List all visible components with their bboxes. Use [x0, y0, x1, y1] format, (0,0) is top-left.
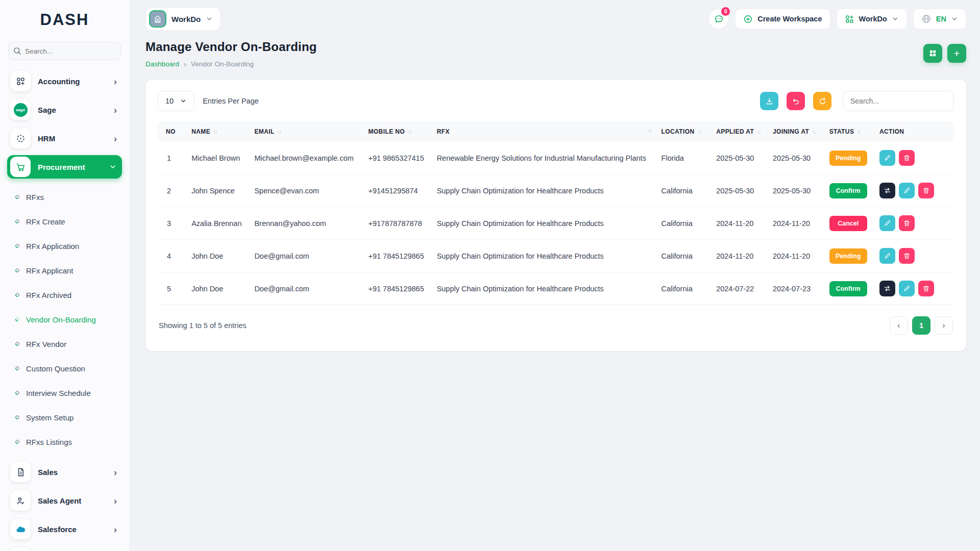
sidebar-subitem-system-setup[interactable]: System Setup	[9, 405, 123, 430]
messages-button[interactable]: 0	[708, 9, 729, 29]
edit-button[interactable]	[899, 281, 915, 296]
next-page-button[interactable]: ›	[935, 316, 953, 335]
swap-button[interactable]	[879, 183, 895, 198]
user-menu-label: WorkDo	[859, 15, 887, 23]
cell-location: Florida	[656, 142, 712, 174]
column-header-applied[interactable]: APPLIED AT↑↓	[711, 121, 768, 142]
grid-view-button[interactable]	[923, 44, 942, 63]
swap-button[interactable]	[879, 281, 895, 296]
chevron-left-icon: ‹	[897, 321, 900, 330]
edit-button[interactable]	[879, 215, 895, 231]
cell-email: Doe@gmail.com	[249, 272, 363, 305]
cell-email: Doe@gmail.com	[249, 240, 363, 272]
sidebar-item-movie-tv-studio[interactable]: Movie & TV Studio ›	[7, 546, 122, 551]
sidebar-item-salesforce[interactable]: Salesforce ›	[7, 517, 122, 541]
sidebar-subitem-rfx-vendor[interactable]: RFx Vendor	[9, 332, 123, 356]
previous-page-button[interactable]: ‹	[890, 316, 908, 335]
cell-no: 2	[158, 174, 186, 207]
sidebar-item-label: Sales Agent	[38, 496, 107, 505]
sidebar-item-hrm[interactable]: HRM ›	[7, 127, 122, 150]
sidebar-item-accounting[interactable]: Accounting ›	[7, 69, 122, 93]
cell-joining: 2025-05-30	[768, 174, 824, 207]
workspace-switcher[interactable]: WorkDo	[145, 7, 220, 31]
sidebar-subitem-rfxs[interactable]: RFxs	[9, 185, 123, 209]
sidebar-subitem-rfx-application[interactable]: RFx Application	[9, 234, 123, 258]
chat-icon	[714, 14, 724, 24]
page-number-button[interactable]: 1	[912, 316, 930, 335]
chevron-down-icon	[951, 15, 958, 22]
delete-button[interactable]	[899, 248, 915, 264]
cell-mobile: +917878787878	[363, 207, 431, 240]
vendor-table-card: 10 Entries Per Page	[145, 80, 966, 351]
delete-button[interactable]	[899, 150, 915, 166]
breadcrumb: Dashboard › Vendor On-Boarding	[145, 60, 317, 68]
bullet-icon	[14, 316, 20, 322]
entries-per-page-label: Entries Per Page	[203, 97, 259, 105]
cell-joining: 2024-11-20	[768, 207, 824, 240]
language-selector[interactable]: EN	[913, 9, 966, 29]
entries-per-page-select[interactable]: 10	[158, 91, 194, 111]
bullet-icon	[14, 439, 20, 444]
sidebar-subitem-interview-schedule[interactable]: Interview Schedule	[9, 381, 123, 405]
breadcrumb-dashboard-link[interactable]: Dashboard	[145, 60, 179, 68]
trash-icon	[903, 252, 911, 260]
chevron-right-icon: ›	[114, 134, 117, 143]
column-header-mobile[interactable]: MOBILE NO↑↓	[363, 121, 431, 142]
edit-button[interactable]	[879, 150, 895, 166]
column-header-rfx[interactable]: RFX↑↓	[432, 121, 656, 142]
trash-icon	[903, 219, 911, 227]
hrm-target-icon	[10, 128, 31, 148]
column-header-email[interactable]: EMAIL↑↓	[249, 121, 363, 142]
column-header-location[interactable]: LOCATION↑↓	[656, 121, 712, 142]
sidebar-subitem-rfxs-listings[interactable]: RFxs Listings	[9, 430, 123, 454]
delete-button[interactable]	[918, 281, 934, 296]
sidebar-item-sage[interactable]: sage Sage ›	[7, 98, 122, 121]
delete-button[interactable]	[918, 183, 934, 198]
edit-button[interactable]	[899, 183, 915, 198]
edit-button[interactable]	[879, 248, 895, 264]
sidebar-subitem-rfx-applicant[interactable]: RFx Applicant	[9, 258, 123, 283]
status-badge: Pending	[829, 248, 867, 264]
cell-no: 5	[158, 272, 186, 305]
sidebar-subitem-custom-question[interactable]: Custom Question	[9, 356, 123, 381]
sidebar-subitem-rfx-create[interactable]: RFx Create	[9, 209, 123, 234]
delete-button[interactable]	[899, 215, 915, 231]
refresh-button[interactable]	[813, 92, 831, 110]
cell-rfx: Supply Chain Optimization for Healthcare…	[432, 207, 656, 240]
workspace-building-icon	[149, 10, 166, 28]
language-label: EN	[936, 15, 946, 23]
undo-button[interactable]	[787, 92, 805, 110]
column-header-name[interactable]: NAME↑↓	[186, 121, 249, 142]
sidebar-item-procurement[interactable]: Procurement	[7, 155, 122, 179]
sidebar-item-label: Accounting	[38, 77, 107, 86]
sidebar-search-input[interactable]	[8, 42, 121, 60]
brand-logo[interactable]: DASH	[6, 0, 123, 40]
trash-icon	[922, 285, 930, 292]
sidebar-item-sales-agent[interactable]: Sales Agent ›	[7, 489, 122, 512]
sort-icon: ↑↓	[812, 129, 815, 135]
breadcrumb-separator-icon: ›	[184, 60, 186, 68]
sidebar: DASH Accounting › sage Sage › HRM ›	[0, 0, 129, 551]
column-header-joining[interactable]: JOINING AT↑↓	[768, 121, 824, 142]
cell-no: 3	[158, 207, 186, 240]
chevron-right-icon: ›	[114, 467, 117, 477]
create-workspace-button[interactable]: Create Workspace	[735, 9, 830, 29]
add-vendor-button[interactable]: +	[947, 44, 966, 63]
bullet-icon	[14, 414, 20, 420]
cell-joining: 2025-05-30	[768, 142, 824, 174]
status-badge: Pending	[829, 151, 867, 166]
user-menu-button[interactable]: WorkDo	[837, 9, 907, 29]
trash-icon	[903, 154, 911, 162]
sidebar-subitem-rfx-archived[interactable]: RFx Archived	[9, 283, 123, 307]
pencil-icon	[884, 252, 891, 260]
column-header-status[interactable]: STATUS↑↓	[824, 121, 874, 142]
table-controls: 10 Entries Per Page	[158, 91, 954, 111]
sidebar-subitem-vendor-onboarding[interactable]: Vendor On-Boarding	[9, 307, 123, 332]
entries-per-page-value: 10	[165, 97, 174, 105]
sidebar-item-sales[interactable]: Sales ›	[7, 460, 122, 484]
notification-badge: 0	[721, 7, 730, 16]
table-search-input[interactable]	[843, 91, 954, 111]
export-download-button[interactable]	[760, 92, 778, 110]
chevron-down-icon	[109, 163, 117, 171]
subitem-label: RFx Create	[26, 217, 65, 226]
